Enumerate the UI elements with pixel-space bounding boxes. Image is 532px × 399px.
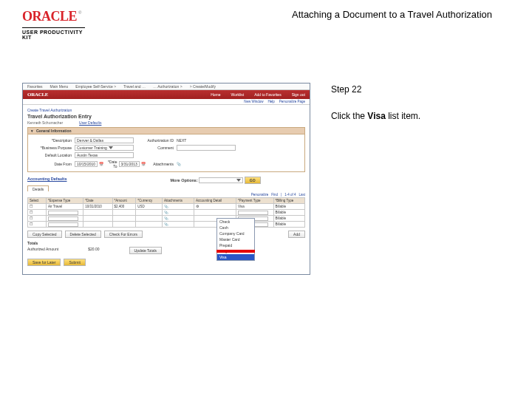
go-button[interactable]: GO bbox=[245, 177, 261, 184]
section-left[interactable]: Accounting Defaults bbox=[27, 177, 66, 184]
highlight-marker bbox=[216, 250, 255, 253]
busp-select[interactable]: Customer Training bbox=[75, 145, 134, 151]
menu-item[interactable]: Employee Self-Service > bbox=[75, 84, 116, 89]
paytype-select[interactable] bbox=[238, 211, 268, 215]
menu-item[interactable]: > Create/Modify bbox=[190, 84, 216, 89]
exp-date[interactable]: 10/31/2010 bbox=[83, 204, 112, 210]
authid-value: NEXT bbox=[177, 138, 236, 143]
attach-icon[interactable]: 📎 bbox=[163, 204, 194, 210]
oracle-wordmark: ORACLE bbox=[22, 9, 77, 24]
delete-selected-button[interactable]: Delete Selected bbox=[65, 231, 101, 238]
instruction-text: Click the Visa list item. bbox=[331, 111, 420, 121]
exp-type-select[interactable] bbox=[48, 211, 78, 215]
mini-menubar: Favorites Main Menu Employee Self-Servic… bbox=[23, 83, 310, 90]
col-attach: Attachments bbox=[163, 198, 194, 204]
datefrom-input[interactable]: 10/15/2010 bbox=[75, 161, 98, 167]
col-select: Select bbox=[28, 198, 47, 204]
add-button[interactable]: Add bbox=[288, 231, 305, 238]
list-item[interactable]: Master Card bbox=[217, 236, 254, 242]
authid-label: Authorization ID bbox=[137, 138, 174, 143]
personalize-link[interactable]: Personalize bbox=[251, 193, 269, 197]
page-title: Travel Authorization Entry bbox=[27, 114, 305, 119]
col-date: *Date bbox=[83, 198, 112, 204]
section-right: More Options: bbox=[170, 178, 197, 183]
table-row: ☐📎Billable bbox=[28, 216, 305, 222]
find-link[interactable]: Find bbox=[271, 193, 278, 197]
exp-type-select[interactable] bbox=[48, 222, 78, 227]
paytype-select[interactable]: Visa bbox=[236, 204, 274, 210]
menu-item[interactable]: Travel and … bbox=[123, 84, 146, 89]
attach-icon[interactable]: 📎 bbox=[163, 210, 194, 216]
list-item[interactable]: Check bbox=[217, 219, 254, 225]
chevron-down-icon bbox=[109, 146, 113, 149]
table-row: ☐📎Billable bbox=[28, 222, 305, 228]
breadcrumb[interactable]: Create Travel Authorization bbox=[27, 108, 305, 112]
list-item-visa[interactable]: Visa bbox=[217, 254, 254, 260]
list-item[interactable]: Company Card bbox=[217, 231, 254, 236]
content-row: Favorites Main Menu Employee Self-Servic… bbox=[0, 83, 532, 275]
menu-item[interactable]: Main Menu bbox=[50, 84, 69, 89]
subbar-link[interactable]: Help bbox=[267, 100, 274, 103]
chevron-down-icon bbox=[236, 179, 241, 182]
employee-name: Kenneth Schumacher bbox=[27, 120, 63, 125]
upk-subtitle: USER PRODUCTIVITY KIT bbox=[22, 30, 85, 40]
tab-details[interactable]: Details bbox=[27, 185, 49, 191]
row-range: 1-4 of 4 bbox=[284, 193, 296, 197]
step-label: Step 22 bbox=[331, 84, 420, 95]
redbar-link[interactable]: Worklist bbox=[231, 92, 245, 97]
redbar-link[interactable]: Home bbox=[211, 92, 220, 97]
col-billtype: *Billing Type bbox=[273, 198, 304, 204]
copy-selected-button[interactable]: Copy Selected bbox=[27, 231, 62, 238]
mini-oracle-brand: ORACLE bbox=[27, 92, 48, 98]
desc-label: *Description bbox=[31, 138, 72, 143]
expense-table: Select *Expense Type *Date *Amount *Curr… bbox=[27, 197, 305, 228]
exp-type-select[interactable] bbox=[48, 216, 78, 221]
attach-icon[interactable]: 📎 bbox=[177, 162, 236, 166]
panel-body: *Description Denver & Dallas Authorizati… bbox=[27, 134, 305, 172]
exp-cur[interactable]: USD bbox=[136, 204, 163, 210]
instructions: Step 22 Click the Visa list item. bbox=[331, 83, 420, 275]
redbar-link[interactable]: Sign out bbox=[292, 92, 305, 97]
collapse-icon: ▾ bbox=[31, 129, 33, 133]
datefrom-label: Date From bbox=[31, 162, 72, 166]
dateto-label: *Date To bbox=[108, 160, 117, 168]
save-later-button[interactable]: Save for Later bbox=[27, 259, 61, 266]
table-tools: Personalize Find | 1-4 of 4 Last bbox=[27, 193, 305, 197]
last-link[interactable]: Last bbox=[299, 193, 305, 197]
more-options-select[interactable] bbox=[199, 177, 243, 183]
submit-button[interactable]: Submit bbox=[64, 259, 86, 266]
list-item[interactable]: Prepaid bbox=[217, 242, 254, 248]
comment-input[interactable] bbox=[177, 145, 236, 151]
redbar-link[interactable]: Add to Favorites bbox=[254, 92, 281, 97]
attach-label: Attachments bbox=[137, 162, 174, 166]
menu-item[interactable]: … Authorization > bbox=[153, 84, 183, 89]
totals-label: Totals bbox=[27, 241, 305, 245]
calendar-icon[interactable]: 📅 bbox=[99, 162, 103, 166]
list-item[interactable]: Cash bbox=[217, 225, 254, 231]
exp-type[interactable]: Air Travel bbox=[47, 204, 83, 210]
billtype[interactable]: Billable bbox=[273, 204, 304, 210]
panel-header[interactable]: ▾ General Information bbox=[27, 127, 305, 134]
user-defaults-link[interactable]: User Defaults bbox=[79, 120, 101, 125]
doc-title: Attaching a Document to a Travel Authori… bbox=[292, 9, 492, 20]
subbar-link[interactable]: New Window bbox=[244, 100, 263, 103]
check-errors-button[interactable]: Check For Errors bbox=[104, 231, 143, 238]
menu-item[interactable]: Favorites bbox=[27, 84, 43, 89]
busp-label: *Business Purpose bbox=[31, 146, 72, 150]
attach-icon[interactable]: 📎 bbox=[163, 216, 194, 222]
acct-icon[interactable]: ⚙ bbox=[194, 204, 236, 210]
doc-header: ORACLE® USER PRODUCTIVITY KIT Attaching … bbox=[0, 0, 532, 46]
table-row: ☐ Air Travel 10/31/2010 $2,400 USD 📎 ⚙ V… bbox=[28, 204, 305, 210]
subbar-link[interactable]: Personalize Page bbox=[279, 100, 305, 103]
paytype-dropdown-list[interactable]: Check Cash Company Card Master Card Prep… bbox=[216, 218, 255, 261]
exp-amt[interactable]: $2,400 bbox=[112, 204, 136, 210]
loc-input[interactable]: Austin Texas bbox=[75, 152, 134, 158]
attach-icon[interactable]: 📎 bbox=[163, 222, 194, 228]
col-currency: *Currency bbox=[136, 198, 163, 204]
target-item: Visa bbox=[367, 111, 385, 121]
desc-input[interactable]: Denver & Dallas bbox=[75, 137, 134, 143]
mini-redbar: ORACLE Home Worklist Add to Favorites Si… bbox=[23, 90, 310, 99]
mini-body: Create Travel Authorization Travel Autho… bbox=[23, 105, 310, 269]
update-totals-button[interactable]: Update Totals bbox=[129, 247, 162, 254]
tm-mark: ® bbox=[78, 10, 81, 15]
